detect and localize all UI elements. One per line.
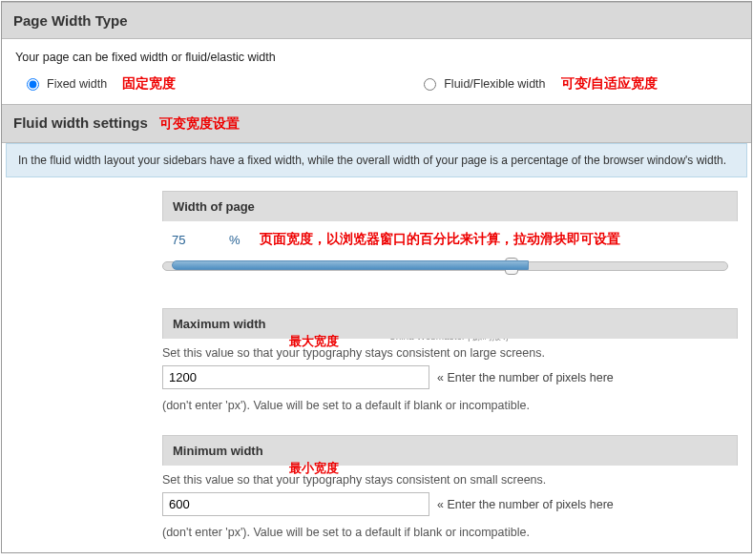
min-width-hint: « Enter the number of pixels here [437, 498, 614, 511]
radio-fixed-label: Fixed width [47, 77, 107, 91]
section-header-page-width-type: Page Width Type [2, 2, 751, 39]
radio-fluid-width[interactable] [424, 78, 436, 91]
width-type-radio-group: Fixed width 固定宽度 Fluid/Flexible width 可变… [15, 75, 738, 93]
radio-fixed-width[interactable] [27, 78, 39, 91]
info-band: In the fluid width layout your sidebars … [6, 143, 747, 177]
section-header-fluid-settings: Fluid width settings 可变宽度设置 [2, 104, 751, 143]
section-title: Fluid width settings [13, 114, 148, 131]
width-unit: % [229, 233, 241, 247]
annotation-fluid: 可变/自适应宽度 [561, 75, 659, 93]
subheader-min-width: Minimum width 最小宽度 [162, 435, 738, 466]
subheader-label: Minimum width [173, 444, 263, 458]
radio-fluid-label: Fluid/Flexible width [444, 77, 545, 91]
max-width-help: Set this value so that your typography s… [162, 339, 738, 365]
radio-option-fluid[interactable]: Fluid/Flexible width 可变/自适应宽度 [424, 75, 658, 93]
width-value: 75 [172, 233, 210, 247]
subheader-label: Width of page [173, 199, 255, 214]
subheader-label: Maximum width [173, 317, 266, 331]
section-description: Your page can be fixed width or fluid/el… [15, 51, 738, 64]
subheader-max-width: Maximum width 最大宽度 [162, 308, 738, 339]
min-width-note: (don't enter 'px'). Value will be set to… [162, 522, 738, 552]
width-value-row: 75 % 页面宽度，以浏览器窗口的百分比来计算，拉动滑块即可设置 [162, 221, 738, 252]
min-width-input[interactable] [162, 492, 429, 516]
annotation-width-of-page: 页面宽度，以浏览器窗口的百分比来计算，拉动滑块即可设置 [260, 231, 620, 248]
max-width-hint: « Enter the number of pixels here [437, 371, 614, 384]
max-width-note: (don't enter 'px'). Value will be set to… [162, 395, 738, 425]
max-width-input[interactable] [162, 365, 429, 389]
width-slider-wrap: ChinaZ.com China Webmaster | 源码报导 [162, 252, 738, 299]
annotation-fixed: 固定宽度 [122, 75, 176, 93]
width-slider[interactable] [162, 261, 728, 271]
annotation-fluid-settings: 可变宽度设置 [159, 115, 240, 131]
radio-option-fixed[interactable]: Fixed width 固定宽度 [27, 75, 176, 93]
subheader-width-of-page: Width of page [162, 191, 738, 221]
annotation-max-width: 最大宽度 [289, 333, 339, 350]
section-title: Page Width Type [13, 12, 128, 29]
annotation-min-width: 最小宽度 [289, 460, 339, 477]
min-width-help: Set this value so that your typography s… [162, 466, 738, 492]
